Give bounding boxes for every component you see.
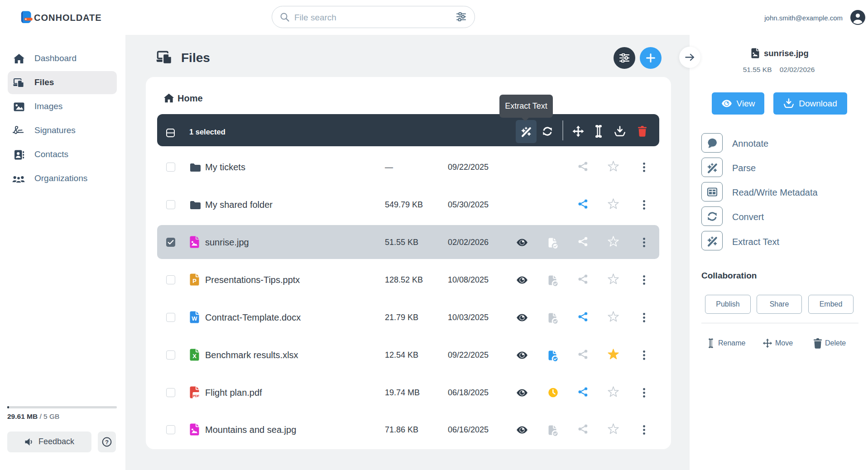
svg-text:PDF: PDF (193, 393, 199, 398)
svg-text:P: P (192, 277, 197, 284)
svg-text:W: W (192, 315, 197, 321)
svg-text:X: X (192, 352, 197, 359)
svg-text:?: ? (105, 439, 109, 446)
